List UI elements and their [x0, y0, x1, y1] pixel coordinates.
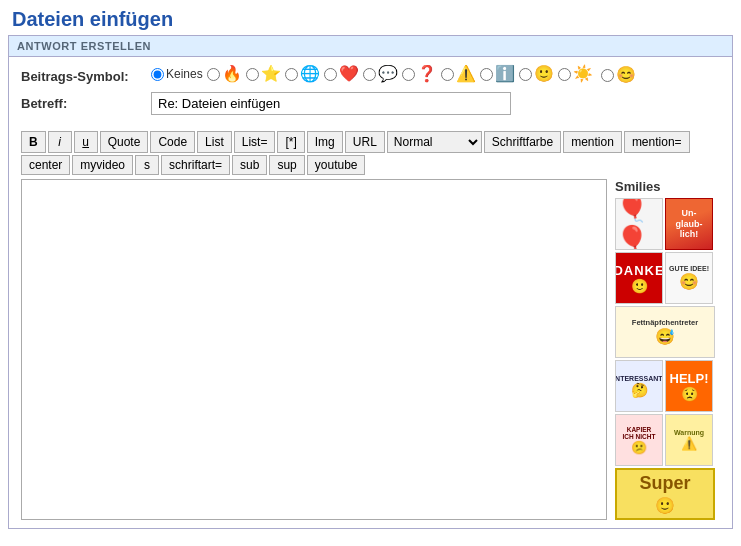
radio-fire[interactable]: 🔥	[207, 66, 242, 82]
italic-button[interactable]: i	[48, 131, 72, 153]
smilies-title: Smilies	[615, 179, 720, 194]
smilies-row-3: Fettnäpfchentreter 😅	[615, 306, 720, 358]
guteidee-text: GUTE IDEE!	[669, 265, 709, 272]
unglaublich-text: Un-glaub-lich!	[676, 208, 703, 240]
kapier-text: KAPIERICH NICHT	[623, 426, 656, 440]
smiley-fettnaepfchen[interactable]: Fettnäpfchentreter 😅	[615, 306, 715, 358]
quote-button[interactable]: Quote	[100, 131, 149, 153]
sun-icon: ☀️	[573, 66, 593, 82]
radio-question[interactable]: ❓	[402, 66, 437, 82]
warnung-figure: ⚠️	[681, 436, 697, 451]
schriftfarbe-button[interactable]: Schriftfarbe	[484, 131, 561, 153]
smiley-guteidee[interactable]: GUTE IDEE! 😊	[665, 252, 713, 304]
radio-group-icon: Keines 🔥 ⭐ 🌐 ❤️	[151, 65, 636, 83]
info-icon: ℹ️	[495, 66, 515, 82]
guteidee-figure: 😊	[679, 272, 699, 291]
sup-button[interactable]: sup	[269, 155, 304, 175]
radio-globe[interactable]: 🌐	[285, 66, 320, 82]
betreff-input[interactable]	[151, 92, 511, 115]
smiley-interessant[interactable]: INTERESSANT! 🤔	[615, 360, 663, 412]
mention-button[interactable]: mention	[563, 131, 622, 153]
toolbar-row1: B i u Quote Code List List= [*] Img URL …	[9, 131, 732, 153]
super-figure: 🙂	[655, 496, 675, 515]
editor-smilies-container: Smilies 🎈🎈🎈🎈 Un-glaub-lich! DANKE 🙂	[9, 179, 732, 528]
radio-warning[interactable]: ⚠️	[441, 66, 476, 82]
smiley-kapier[interactable]: KAPIERICH NICHT 😕	[615, 414, 663, 466]
smilies-row-1: 🎈🎈🎈🎈 Un-glaub-lich!	[615, 198, 720, 250]
page-title: Dateien einfügen	[0, 0, 741, 35]
radio-smile[interactable]: 🙂	[519, 66, 554, 82]
warning-icon: ⚠️	[456, 66, 476, 82]
question-icon: ❓	[417, 66, 437, 82]
smiley-help[interactable]: HELP! 😟	[665, 360, 713, 412]
sub-button[interactable]: sub	[232, 155, 267, 175]
smilies-row-4: INTERESSANT! 🤔 HELP! 😟	[615, 360, 720, 412]
star-icon: ⭐	[261, 66, 281, 82]
list-button[interactable]: List	[197, 131, 232, 153]
interessant-text: INTERESSANT!	[615, 375, 663, 382]
globe-icon: 🌐	[300, 66, 320, 82]
fettnaepfchen-figure: 😅	[655, 327, 675, 346]
underline-button[interactable]: u	[74, 131, 98, 153]
star-button[interactable]: [*]	[277, 131, 304, 153]
section-header: ANTWORT ERSTELLEN	[9, 36, 732, 57]
smilies-row-6: Super 🙂	[615, 468, 720, 520]
help-text: HELP!	[670, 371, 709, 386]
radio-none-label: Keines	[166, 67, 203, 81]
editor-area[interactable]	[21, 179, 607, 520]
list-eq-button[interactable]: List=	[234, 131, 276, 153]
talk-icon: 💬	[378, 66, 398, 82]
super-text: Super	[639, 473, 690, 494]
smilies-panel: Smilies 🎈🎈🎈🎈 Un-glaub-lich! DANKE 🙂	[615, 179, 720, 520]
smiley-unglaublich[interactable]: Un-glaub-lich!	[665, 198, 713, 250]
radio-talk[interactable]: 💬	[363, 66, 398, 82]
schriftart-button[interactable]: schriftart=	[161, 155, 230, 175]
radio-sun[interactable]: ☀️	[558, 66, 593, 82]
toolbar-row2: center myvideo s schriftart= sub sup you…	[9, 155, 732, 175]
url-button[interactable]: URL	[345, 131, 385, 153]
img-button[interactable]: Img	[307, 131, 343, 153]
danke-figure: 🙂	[631, 278, 648, 294]
interessant-figure: 🤔	[631, 382, 648, 398]
fire-icon: 🔥	[222, 66, 242, 82]
radio-none[interactable]: Keines	[151, 67, 203, 81]
mention-eq-button[interactable]: mention=	[624, 131, 690, 153]
danke-text: DANKE	[615, 263, 663, 278]
radio-info[interactable]: ℹ️	[480, 66, 515, 82]
smilies-row-5: KAPIERICH NICHT 😕 Warnung ⚠️	[615, 414, 720, 466]
smilies-row-2: DANKE 🙂 GUTE IDEE! 😊	[615, 252, 720, 304]
center-button[interactable]: center	[21, 155, 70, 175]
smilies-grid: 🎈🎈🎈🎈 Un-glaub-lich! DANKE 🙂 GUTE IDEE! 😊	[615, 198, 720, 520]
s-button[interactable]: s	[135, 155, 159, 175]
smiley-super[interactable]: Super 🙂	[615, 468, 715, 520]
happy-icon: 😊	[616, 67, 636, 83]
myvideo-button[interactable]: myvideo	[72, 155, 133, 175]
smiley-danke[interactable]: DANKE 🙂	[615, 252, 663, 304]
radio-heart[interactable]: ❤️	[324, 66, 359, 82]
smiley-warnung[interactable]: Warnung ⚠️	[665, 414, 713, 466]
smile-icon: 🙂	[534, 66, 554, 82]
beitrag-label: Beitrags-Symbol:	[21, 65, 151, 84]
radio-star[interactable]: ⭐	[246, 66, 281, 82]
radio-happy[interactable]: 😊	[601, 67, 636, 83]
fettnaepfchen-text: Fettnäpfchentreter	[632, 318, 698, 327]
code-button[interactable]: Code	[150, 131, 195, 153]
smiley-balloons[interactable]: 🎈🎈🎈🎈	[615, 198, 663, 250]
kapier-figure: 😕	[631, 440, 647, 455]
editor-textarea[interactable]	[26, 184, 602, 439]
heart-icon: ❤️	[339, 66, 359, 82]
youtube-button[interactable]: youtube	[307, 155, 366, 175]
format-select[interactable]: Normal Überschrift 1 Überschrift 2 Übers…	[387, 131, 482, 153]
bold-button[interactable]: B	[21, 131, 46, 153]
warnung-text: Warnung	[674, 429, 704, 436]
betreff-label: Betreff:	[21, 92, 151, 111]
help-figure: 😟	[681, 386, 698, 402]
